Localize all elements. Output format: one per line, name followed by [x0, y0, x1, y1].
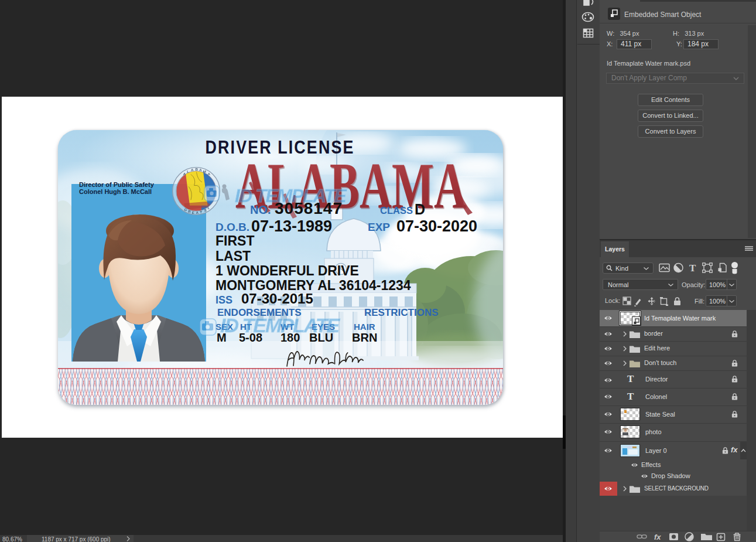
- svg-text:S: S: [204, 208, 207, 212]
- svg-text:FIRST: FIRST: [215, 233, 254, 248]
- svg-text:07-13-1989: 07-13-1989: [251, 217, 332, 235]
- svg-text:L: L: [187, 169, 189, 173]
- svg-text:A: A: [196, 210, 199, 214]
- svg-text:A: A: [199, 168, 202, 172]
- svg-text:D.O.B.: D.O.B.: [215, 221, 249, 233]
- svg-text:Director of Public Safety: Director of Public Safety: [79, 181, 155, 188]
- svg-text:A: A: [183, 172, 186, 176]
- svg-text:ID TEMPLATE: ID TEMPLATE: [220, 314, 340, 336]
- svg-text:B: B: [196, 167, 199, 171]
- svg-text:EXP: EXP: [368, 221, 390, 233]
- svg-text:CLASS: CLASS: [380, 205, 413, 216]
- svg-text:HAIR: HAIR: [354, 322, 375, 332]
- svg-text:D: D: [415, 201, 425, 217]
- svg-text:Colonel Hugh B. McCall: Colonel Hugh B. McCall: [79, 188, 152, 195]
- svg-text:LAST: LAST: [215, 248, 251, 264]
- svg-text:A: A: [191, 168, 194, 172]
- svg-text:07-30-2015: 07-30-2015: [241, 291, 313, 306]
- svg-text:ID TEMPLATE: ID TEMPLATE: [235, 185, 348, 206]
- svg-text:M: M: [203, 169, 206, 173]
- svg-text:fx: fx: [654, 533, 661, 541]
- svg-text:07-30-2020: 07-30-2020: [396, 217, 477, 235]
- svg-text:BRN: BRN: [352, 331, 377, 344]
- svg-text:1 WONDERFUL DRIVE: 1 WONDERFUL DRIVE: [215, 263, 359, 278]
- svg-text:RESTRICTIONS: RESTRICTIONS: [364, 307, 439, 318]
- svg-text:A: A: [207, 172, 210, 176]
- svg-text:R: R: [188, 209, 191, 213]
- svg-text:G: G: [184, 207, 187, 212]
- svg-text:T: T: [689, 263, 696, 274]
- svg-text:E: E: [192, 210, 194, 214]
- svg-text:T: T: [200, 210, 202, 214]
- svg-text:ISS: ISS: [215, 294, 232, 306]
- svg-text:L: L: [207, 206, 210, 210]
